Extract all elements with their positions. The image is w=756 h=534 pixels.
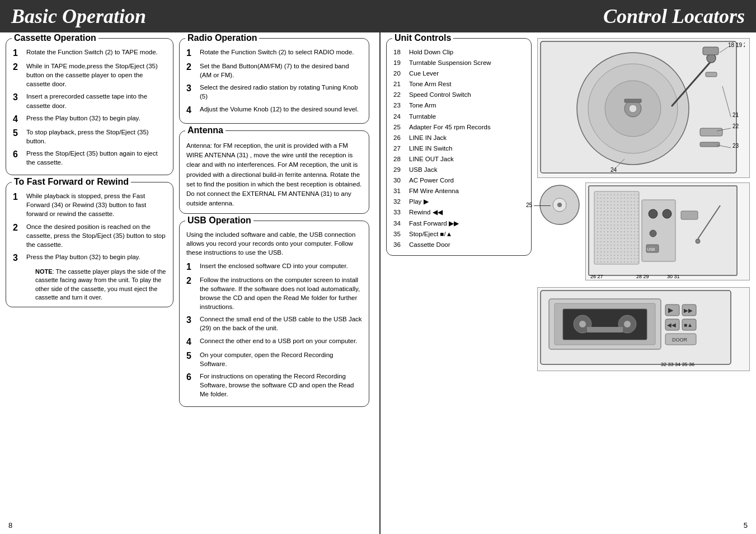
unit-list-item-18: 18Hold Down Clip — [393, 48, 524, 57]
label-25: 25 ——— — [526, 202, 551, 208]
labels-3031: 30 31 — [667, 274, 680, 279]
turntable-top-diagram: 18 19 20 21 22 23 24 — [537, 38, 750, 178]
right-content: Unit Controls 18Hold Down Clip19Turntabl… — [381, 32, 756, 377]
label-23: 23 — [732, 143, 739, 149]
svg-rect-43 — [587, 327, 623, 332]
svg-point-28 — [663, 209, 672, 218]
unit-list-item-26: 26LINE IN Jack — [393, 133, 524, 142]
antenna-body: Antenna: for FM reception, the unit is p… — [186, 141, 362, 209]
left-content: Cassette Operation 1Rotate the Function … — [0, 32, 379, 419]
usb-intro: Using the included software and cable, t… — [186, 230, 362, 257]
svg-point-41 — [579, 321, 586, 327]
control-locators-header: Control Locators — [381, 0, 756, 32]
svg-point-13 — [629, 105, 637, 113]
unit-list-item-29: 29USB Jack — [393, 165, 524, 174]
svg-point-21 — [557, 203, 562, 207]
svg-rect-25 — [594, 191, 639, 264]
unit-list-item-19: 19Turntable Suspension Screw — [393, 58, 524, 67]
col-left: Cassette Operation 1Rotate the Function … — [6, 38, 173, 414]
unit-list-item-32: 32Play ▶ — [393, 197, 524, 206]
svg-text:■▲: ■▲ — [684, 322, 693, 328]
usb-step-2: 2Follow the instructions on the computer… — [186, 275, 362, 311]
basic-operation-header: Basic Operation — [0, 0, 379, 32]
fast-forward-section: To Fast Forward or Rewind 1While playbac… — [6, 182, 173, 307]
svg-text:▶: ▶ — [668, 306, 674, 314]
mid-diagrams: 25 ——— — [537, 182, 750, 280]
unit-list-item-27: 27LINE IN Switch — [393, 144, 524, 153]
unit-list-item-36: 36Cassette Door — [393, 240, 524, 249]
cassette-step-4: 4Press the Play button (32) to begin pla… — [13, 114, 166, 124]
back-panel-diagram: USB 26 27 30 31 28 29 — [585, 182, 750, 280]
svg-rect-8 — [703, 47, 719, 55]
unit-list-item-25: 25Adapter For 45 rpm Records — [393, 123, 524, 132]
fast-forward-list: 1While playback is stopped, press the Fa… — [13, 191, 166, 263]
unit-list-item-22: 22Speed Control Switch — [393, 90, 524, 99]
unit-controls-section: Unit Controls 18Hold Down Clip19Turntabl… — [386, 38, 532, 256]
unit-list-item-23: 23Tone Arm — [393, 101, 524, 110]
unit-controls-col: Unit Controls 18Hold Down Clip19Turntabl… — [386, 38, 532, 371]
usb-step-3: 3Connect the small end of the USB cable … — [186, 315, 362, 332]
svg-text:USB: USB — [647, 247, 655, 251]
usb-section: USB Operation Using the included softwar… — [179, 221, 369, 407]
svg-text:◀◀: ◀◀ — [667, 322, 676, 328]
cassette-door-diagram: ▶ ◀◀ ▶▶ ■▲ DOOR 32 33 34 35 36 — [537, 287, 750, 371]
unit-list-item-20: 20Cue Lever — [393, 69, 524, 78]
cassette-step-2: 2While in TAPE mode,press the Stop/Eject… — [13, 62, 166, 88]
cassette-step-1: 1Rotate the Function Switch (2) to TAPE … — [13, 48, 166, 58]
usb-step-1: 1Insert the enclosed software CD into yo… — [186, 261, 362, 272]
label-18: 18 19 20 — [728, 42, 745, 48]
antenna-title: Antenna — [185, 125, 226, 135]
svg-rect-10 — [624, 99, 641, 102]
page-number-left: 8 — [8, 521, 12, 530]
svg-point-29 — [650, 230, 656, 237]
svg-point-27 — [649, 209, 658, 218]
unit-list-item-28: 28LINE OUT Jack — [393, 154, 524, 163]
radio-step-4: 4Adjust the Volume Knob (12) to the desi… — [186, 105, 362, 115]
labels-2829: 28 29 — [636, 274, 649, 279]
ff-note: NOTE: NOTE: The cassette player plays th… — [13, 268, 166, 302]
ff-step-1: 1While playback is stopped, press the Fa… — [13, 191, 166, 218]
unit-list-item-35: 35Stop/Eject ■/▲ — [393, 229, 524, 238]
col-right: Radio Operation 1Rotate the Function Swi… — [179, 38, 369, 414]
usb-title: USB Operation — [185, 216, 253, 226]
ff-step-2: 2Once the desired position is reached on… — [13, 222, 166, 249]
left-panel: Basic Operation Cassette Operation 1Rota… — [0, 0, 381, 534]
svg-text:DOOR: DOOR — [672, 337, 688, 343]
cassette-list: 1Rotate the Function Switch (2) to TAPE … — [13, 48, 166, 167]
antenna-section: Antenna Antenna: for FM reception, the u… — [179, 130, 369, 214]
unit-list-item-33: 33Rewind ◀◀ — [393, 208, 524, 217]
radio-step-2: 2Set the Band Button(AM/FM) (7) to the d… — [186, 62, 362, 79]
usb-step-5: 5On your computer, open the Record Recor… — [186, 350, 362, 368]
turntable-svg: 18 19 20 21 22 23 24 — [538, 39, 745, 177]
svg-rect-9 — [706, 72, 717, 77]
right-panel: Control Locators Unit Controls 18Hold Do… — [381, 0, 756, 534]
radio-content: 1Rotate the Function Switch (2) to selec… — [186, 48, 362, 115]
unit-list-item-30: 30AC Power Cord — [393, 176, 524, 185]
usb-step-4: 4Connect the other end to a USB port on … — [186, 336, 362, 347]
cassette-section: Cassette Operation 1Rotate the Function … — [6, 38, 173, 175]
svg-text:▶▶: ▶▶ — [684, 307, 693, 313]
cassette-step-5: 5To stop playback, press the Stop/Eject … — [13, 128, 166, 146]
diagrams-col: 18 19 20 21 22 23 24 — [537, 38, 750, 371]
page-number-right: 5 — [744, 521, 748, 530]
cassette-step-3: 3Insert a prerecorded cassette tape into… — [13, 92, 166, 110]
usb-step-6: 6For instructions on operating the Recor… — [186, 372, 362, 399]
usb-list: 1Insert the enclosed software CD into yo… — [186, 261, 362, 399]
radio-list: 1Rotate the Function Switch (2) to selec… — [186, 48, 362, 115]
fast-forward-title: To Fast Forward or Rewind — [12, 177, 131, 187]
labels-2627: 26 27 — [590, 274, 603, 279]
back-panel-svg: USB 26 27 30 31 28 29 — [586, 183, 743, 280]
radio-title: Radio Operation — [185, 33, 259, 43]
svg-rect-32 — [681, 211, 698, 219]
usb-content: Using the included software and cable, t… — [186, 230, 362, 399]
unit-list-item-34: 34Fast Forward ▶▶ — [393, 219, 524, 228]
cassette-step-6: 6Press the Stop/Eject (35) button again … — [13, 149, 166, 167]
cassette-content: 1Rotate the Function Switch (2) to TAPE … — [13, 48, 166, 167]
unit-list-item-31: 31FM Wire Antenna — [393, 186, 524, 195]
unit-controls-title: Unit Controls — [392, 33, 453, 43]
svg-rect-12 — [700, 142, 720, 147]
svg-point-34 — [696, 239, 700, 243]
radio-section: Radio Operation 1Rotate the Function Swi… — [179, 38, 369, 124]
unit-list-item-21: 21Tone Arm Rest — [393, 79, 524, 88]
svg-rect-11 — [700, 128, 722, 136]
